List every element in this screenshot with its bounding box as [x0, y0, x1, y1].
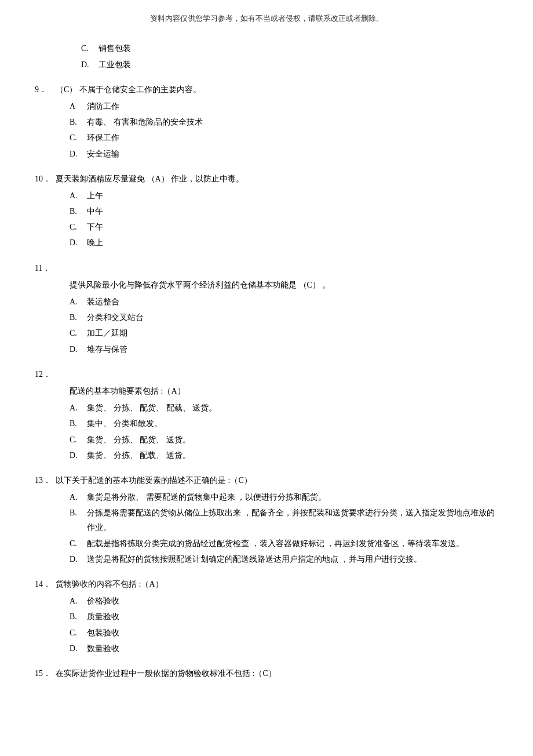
- page-header: 资料内容仅供您学习参考，如有不当或者侵权，请联系改正或者删除。: [35, 12, 498, 30]
- question-11: 11． 提供风险最小化与降低存货水平两个经济利益的仓储基本功能是 （C） 。 A…: [35, 261, 498, 357]
- option-label: D.: [70, 342, 87, 357]
- list-item: C. 配载是指将拣取分类完成的货品经过配货检查 ，装入容器做好标记 ，再运到发货…: [70, 536, 498, 551]
- option-text: 加工／延期: [87, 326, 498, 340]
- option-label: A.: [70, 295, 87, 309]
- list-item: B. 中午: [70, 204, 498, 219]
- list-item: A. 价格验收: [70, 594, 498, 608]
- list-item: A. 集货是将分散、 需要配送的货物集中起来 ，以便进行分拣和配货。: [70, 490, 498, 504]
- option-text: 送货是将配好的货物按照配送计划确定的配送线路送达用户指定的地点 ，并与用户进行交…: [87, 552, 498, 566]
- list-item: D. 送货是将配好的货物按照配送计划确定的配送线路送达用户指定的地点 ，并与用户…: [70, 552, 498, 566]
- option-text: 分类和交叉站台: [87, 310, 498, 325]
- question-line: 14． 货物验收的内容不包括 :（A）: [35, 577, 498, 591]
- option-list: A 消防工作 B. 有毒、 有害和危险品的安全技术 C. 环保工作 D. 安全运…: [70, 99, 498, 161]
- list-item: D. 晚上: [70, 235, 498, 250]
- option-text: 晚上: [87, 235, 498, 250]
- option-label: B.: [70, 609, 87, 624]
- question-text: 在实际进货作业过程中一般依据的货物验收标准不包括 :（C）: [56, 666, 498, 681]
- list-item: D. 安全运输: [70, 147, 498, 161]
- question-line: 11．: [35, 261, 498, 275]
- question-number: 9．: [35, 82, 56, 97]
- prev-question-options: C. 销售包装 D. 工业包装: [35, 41, 498, 71]
- option-label: C.: [70, 130, 87, 145]
- option-list: A. 集货是将分散、 需要配送的货物集中起来 ，以便进行分拣和配货。 B. 分拣…: [70, 490, 498, 566]
- list-item: A. 上午: [70, 188, 498, 203]
- list-item: B. 集中、 分类和散发。: [70, 416, 498, 431]
- list-item: A 消防工作: [70, 99, 498, 114]
- option-text: 包装验收: [87, 626, 498, 640]
- question-line: 15． 在实际进货作业过程中一般依据的货物验收标准不包括 :（C）: [35, 666, 498, 681]
- question-line: 12．: [35, 367, 498, 381]
- option-text-c: 销售包装: [98, 41, 498, 56]
- question-subtext: 提供风险最小化与降低存货水平两个经济利益的仓储基本功能是 （C） 。: [70, 278, 498, 292]
- option-text: 堆存与保管: [87, 342, 498, 357]
- option-text: 中午: [87, 204, 498, 219]
- question-12: 12． 配送的基本功能要素包括 :（A） A. 集货、 分拣、 配货、 配载、 …: [35, 367, 498, 463]
- header-text: 资料内容仅供您学习参考，如有不当或者侵权，请联系改正或者删除。: [150, 14, 384, 23]
- answer-badge: （C）: [56, 85, 77, 94]
- question-14: 14． 货物验收的内容不包括 :（A） A. 价格验收 B. 质量验收 C. 包…: [35, 577, 498, 656]
- list-item: B. 分拣是将需要配送的货物从储位上拣取出来 ，配备齐全，并按配装和送货要求进行…: [70, 506, 498, 535]
- option-text: 数量验收: [87, 641, 498, 656]
- option-label-c: C.: [81, 41, 98, 56]
- option-list: C. 销售包装 D. 工业包装: [81, 41, 498, 71]
- list-item: C. 加工／延期: [70, 326, 498, 340]
- list-item: C. 销售包装: [81, 41, 498, 56]
- question-line: 10． 夏天装卸酒精应尽量避免 （A） 作业，以防止中毒。: [35, 172, 498, 186]
- option-text: 分拣是将需要配送的货物从储位上拣取出来 ，配备齐全，并按配装和送货要求进行分类，…: [87, 506, 498, 535]
- option-label: D.: [70, 448, 87, 463]
- list-item: B. 质量验收: [70, 609, 498, 624]
- question-10: 10． 夏天装卸酒精应尽量避免 （A） 作业，以防止中毒。 A. 上午 B. 中…: [35, 172, 498, 250]
- question-text: （C） 不属于仓储安全工作的主要内容。: [56, 82, 498, 97]
- question-number: 13．: [35, 473, 56, 488]
- option-label: B.: [70, 416, 87, 431]
- question-9: 9． （C） 不属于仓储安全工作的主要内容。 A 消防工作 B. 有毒、 有害和…: [35, 82, 498, 161]
- option-text: 集货、 分拣、 配货、 配载、 送货。: [87, 401, 498, 415]
- option-label: A: [70, 99, 87, 114]
- option-text: 上午: [87, 188, 498, 203]
- list-item: D. 数量验收: [70, 641, 498, 656]
- option-label: A.: [70, 188, 87, 203]
- option-list: A. 价格验收 B. 质量验收 C. 包装验收 D. 数量验收: [70, 594, 498, 656]
- question-line: 9． （C） 不属于仓储安全工作的主要内容。: [35, 82, 498, 97]
- question-text: 夏天装卸酒精应尽量避免 （A） 作业，以防止中毒。: [56, 172, 498, 186]
- option-list: A. 集货、 分拣、 配货、 配载、 送货。 B. 集中、 分类和散发。 C. …: [70, 401, 498, 463]
- option-label-d: D.: [81, 57, 98, 72]
- option-label: B.: [70, 506, 87, 520]
- list-item: C. 环保工作: [70, 130, 498, 145]
- question-15: 15． 在实际进货作业过程中一般依据的货物验收标准不包括 :（C）: [35, 666, 498, 681]
- list-item: A. 装运整合: [70, 295, 498, 309]
- option-text: 下午: [87, 220, 498, 234]
- option-text: 有毒、 有害和危险品的安全技术: [87, 115, 498, 129]
- option-text-d: 工业包装: [98, 57, 498, 72]
- list-item: D. 堆存与保管: [70, 342, 498, 357]
- option-text: 装运整合: [87, 295, 498, 309]
- option-label: C.: [70, 536, 87, 551]
- option-text: 集货是将分散、 需要配送的货物集中起来 ，以便进行分拣和配货。: [87, 490, 498, 504]
- option-text: 环保工作: [87, 130, 498, 145]
- option-label: D.: [70, 235, 87, 250]
- question-number: 14．: [35, 577, 56, 591]
- list-item: B. 有毒、 有害和危险品的安全技术: [70, 115, 498, 129]
- question-text: 以下关于配送的基本功能要素的描述不正确的是 :（C）: [56, 473, 498, 488]
- question-number: 12．: [35, 367, 56, 381]
- option-label: D.: [70, 641, 87, 656]
- option-text: 价格验收: [87, 594, 498, 608]
- list-item: C. 包装验收: [70, 626, 498, 640]
- option-label: A.: [70, 594, 87, 608]
- option-text: 配载是指将拣取分类完成的货品经过配货检查 ，装入容器做好标记 ，再运到发货准备区…: [87, 536, 498, 551]
- list-item: B. 分类和交叉站台: [70, 310, 498, 325]
- option-list: A. 装运整合 B. 分类和交叉站台 C. 加工／延期 D. 堆存与保管: [70, 295, 498, 357]
- option-text: 消防工作: [87, 99, 498, 114]
- question-subtext: 配送的基本功能要素包括 :（A）: [70, 384, 498, 398]
- option-label: B.: [70, 115, 87, 129]
- option-text: 安全运输: [87, 147, 498, 161]
- option-label: A.: [70, 401, 87, 415]
- option-text: 质量验收: [87, 609, 498, 624]
- option-list: A. 上午 B. 中午 C. 下午 D. 晚上: [70, 188, 498, 250]
- option-label: C.: [70, 626, 87, 640]
- question-body: 不属于仓储安全工作的主要内容。: [79, 85, 201, 94]
- list-item: D. 集货、 分拣、 配载、 送货。: [70, 448, 498, 463]
- option-label: D.: [70, 552, 87, 566]
- list-item: C. 下午: [70, 220, 498, 234]
- option-text: 集中、 分类和散发。: [87, 416, 498, 431]
